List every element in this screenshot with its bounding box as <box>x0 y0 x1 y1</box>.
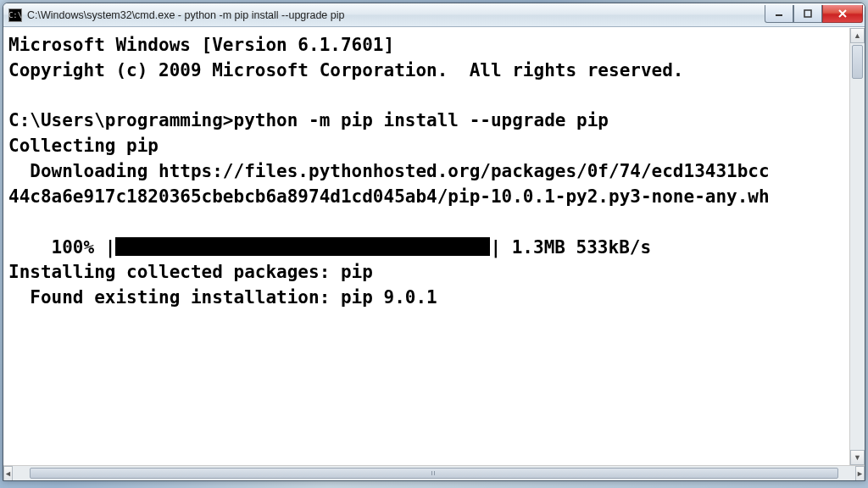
vertical-scrollbar[interactable]: ▲ ▼ <box>849 28 865 465</box>
close-button[interactable] <box>822 5 863 23</box>
window-title: C:\Windows\system32\cmd.exe - python -m … <box>27 9 344 21</box>
window-controls <box>765 5 863 23</box>
maximize-icon <box>804 9 812 18</box>
minimize-button[interactable] <box>765 5 793 23</box>
svg-rect-1 <box>804 10 811 17</box>
titlebar[interactable]: C:\ C:\Windows\system32\cmd.exe - python… <box>3 3 865 27</box>
scroll-track-h[interactable] <box>13 466 855 480</box>
scroll-right-button[interactable]: ► <box>855 466 865 481</box>
scroll-left-button[interactable]: ◄ <box>3 466 13 481</box>
console-line: 44c8a6e917c1820365cbebcb6a8974d1cd045ab4… <box>8 186 770 207</box>
console-line: Installing collected packages: pip <box>8 262 373 282</box>
scroll-thumb[interactable] <box>852 45 863 79</box>
console-output[interactable]: Microsoft Windows [Version 6.1.7601] Cop… <box>3 28 849 465</box>
console-line: Found existing installation: pip 9.0.1 <box>8 287 437 308</box>
scroll-up-button[interactable]: ▲ <box>850 28 865 43</box>
console-line: Microsoft Windows [Version 6.1.7601] <box>8 35 394 55</box>
client-area: Microsoft Windows [Version 6.1.7601] Cop… <box>3 27 865 480</box>
svg-rect-0 <box>776 14 782 16</box>
console-line: Downloading https://files.pythonhosted.o… <box>8 161 770 181</box>
scroll-thumb-h[interactable] <box>30 468 838 479</box>
scroll-track[interactable] <box>850 43 865 450</box>
close-icon <box>837 9 848 18</box>
progress-bar-fill <box>115 237 490 256</box>
minimize-icon <box>775 10 783 17</box>
horizontal-scrollbar[interactable]: ◄ ► <box>3 465 865 480</box>
progress-stats: | 1.3MB 533kB/s <box>490 237 651 258</box>
scroll-down-button[interactable]: ▼ <box>850 450 865 465</box>
console-line: Collecting pip <box>8 136 159 156</box>
cmd-icon: C:\ <box>8 8 22 22</box>
progress-percent: 100% | <box>8 237 115 258</box>
console-line: Copyright (c) 2009 Microsoft Corporation… <box>8 60 684 80</box>
console-prompt-line: C:\Users\programming>python -m pip insta… <box>8 110 609 130</box>
cmd-window: C:\ C:\Windows\system32\cmd.exe - python… <box>3 3 865 481</box>
maximize-button[interactable] <box>793 5 822 23</box>
